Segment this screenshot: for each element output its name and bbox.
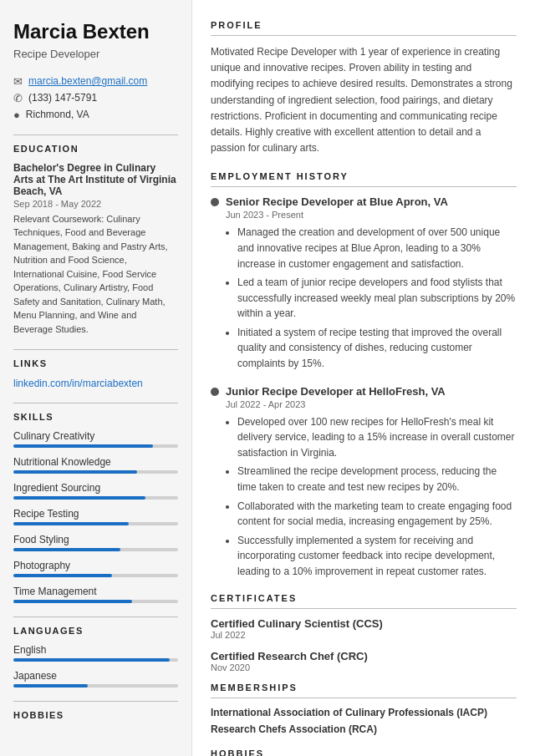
profile-text: Motivated Recipe Developer with 1 year o… <box>211 44 517 156</box>
location-icon: ● <box>13 109 20 121</box>
phone-icon: ✆ <box>13 92 23 104</box>
education-degree: Bachelor's Degree in Culinary Arts at Th… <box>13 162 178 197</box>
sidebar-title: Recipe Developer <box>13 48 178 60</box>
contact-phone: ✆ (133) 147-5791 <box>13 92 178 104</box>
skill-label: Time Management <box>13 586 178 597</box>
languages-list: English Japanese <box>13 644 178 688</box>
contact-location: ● Richmond, VA <box>13 109 178 121</box>
skills-divider <box>13 403 178 403</box>
sidebar-name: Marcia Bexten <box>13 20 178 44</box>
memberships-divider <box>211 698 517 698</box>
certificate-name: Certified Culinary Scientist (CCS) <box>211 617 517 630</box>
skill-item: Photography <box>13 560 178 577</box>
skill-bar-bg <box>13 444 178 448</box>
memberships-list: International Association of Culinary Pr… <box>211 707 517 735</box>
skill-bar-bg <box>13 548 178 551</box>
hobbies-divider-left <box>13 701 178 702</box>
skill-label: Photography <box>13 560 178 571</box>
certificates-list: Certified Culinary Scientist (CCS) Jul 2… <box>211 617 517 672</box>
skill-item: Ingredient Sourcing <box>13 482 178 500</box>
certificates-section-title: CERTIFICATES <box>211 593 517 603</box>
skill-bar-bg <box>13 496 178 500</box>
education-section-title: EDUCATION <box>13 144 178 154</box>
links-divider <box>13 349 178 350</box>
job-dot <box>211 198 219 206</box>
certificates-divider <box>211 608 517 609</box>
sidebar: Marcia Bexten Recipe Developer ✉ marcia.… <box>0 0 192 756</box>
skill-bar-fill <box>13 496 145 500</box>
job-bullets: Developed over 100 new recipes for Hello… <box>226 414 517 580</box>
skill-label: Food Styling <box>13 534 178 545</box>
certificate-block: Certified Culinary Scientist (CCS) Jul 2… <box>211 617 517 640</box>
job-date: Jun 2023 - Present <box>226 210 517 220</box>
job-header: Junior Recipe Developer at HelloFresh, V… <box>211 385 517 398</box>
profile-divider <box>211 35 517 36</box>
coursework-text: Culinary Techniques, Food and Beverage M… <box>13 214 168 334</box>
language-item: Japanese <box>13 670 178 688</box>
education-coursework: Relevant Coursework: Culinary Techniques… <box>13 212 178 337</box>
employment-divider <box>211 186 517 187</box>
language-label: Japanese <box>13 670 178 682</box>
skill-item: Food Styling <box>13 534 178 551</box>
job-bullet: Led a team of junior recipe developers a… <box>237 275 517 322</box>
skill-label: Ingredient Sourcing <box>13 482 178 494</box>
skill-item: Nutritional Knowledge <box>13 456 178 474</box>
languages-divider <box>13 616 178 617</box>
job-bullet: Developed over 100 new recipes for Hello… <box>237 414 517 461</box>
hobbies-section-title-right: HOBBIES <box>211 748 517 756</box>
certificate-block: Certified Research Chef (CRC) Nov 2020 <box>211 650 517 672</box>
skill-bar-bg <box>13 522 178 525</box>
skill-bar-bg <box>13 470 178 474</box>
language-bar-fill <box>13 684 88 688</box>
skill-bar-fill <box>13 470 137 474</box>
location-value: Richmond, VA <box>26 109 89 120</box>
profile-section-title: PROFILE <box>211 20 517 30</box>
language-label: English <box>13 644 178 656</box>
skill-bar-fill <box>13 522 129 525</box>
hobbies-section-title-left: HOBBIES <box>13 710 178 720</box>
certificate-date: Nov 2020 <box>211 662 517 672</box>
membership-item: International Association of Culinary Pr… <box>211 707 517 718</box>
job-dot <box>211 388 219 396</box>
languages-section-title: LANGUAGES <box>13 626 178 636</box>
linkedin-link[interactable]: linkedin.com/in/marciabexten <box>13 378 143 389</box>
links-list: linkedin.com/in/marciabexten <box>13 377 178 389</box>
skill-item: Culinary Creativity <box>13 430 178 448</box>
language-bar-bg <box>13 684 178 688</box>
job-bullet: Successfully implemented a system for re… <box>237 533 517 580</box>
certificate-date: Jul 2022 <box>211 630 517 640</box>
coursework-label: Relevant Coursework: <box>13 214 106 224</box>
email-link[interactable]: marcia.bexten@gmail.com <box>28 75 147 87</box>
skill-bar-fill <box>13 600 132 603</box>
job-title: Junior Recipe Developer at HelloFresh, V… <box>226 385 446 398</box>
language-bar-bg <box>13 658 178 662</box>
job-title: Senior Recipe Developer at Blue Apron, V… <box>226 195 448 208</box>
membership-item: Research Chefs Association (RCA) <box>211 723 517 735</box>
job-bullet: Managed the creation and development of … <box>237 225 517 271</box>
language-bar-fill <box>13 658 170 662</box>
resume-container: Marcia Bexten Recipe Developer ✉ marcia.… <box>0 0 535 756</box>
education-date: Sep 2018 - May 2022 <box>13 199 178 209</box>
skill-bar-fill <box>13 574 112 577</box>
employment-list: Senior Recipe Developer at Blue Apron, V… <box>211 195 517 579</box>
skill-bar-fill <box>13 548 120 551</box>
job-bullet: Streamlined the recipe development proce… <box>237 464 517 495</box>
job-bullets: Managed the creation and development of … <box>226 225 517 371</box>
job-bullet: Initiated a system of recipe testing tha… <box>237 325 517 372</box>
skill-bar-bg <box>13 600 178 603</box>
skill-label: Nutritional Knowledge <box>13 456 178 468</box>
links-section-title: LINKS <box>13 358 178 368</box>
job-block: Junior Recipe Developer at HelloFresh, V… <box>211 385 517 580</box>
skill-bar-fill <box>13 444 153 448</box>
skill-item: Recipe Testing <box>13 508 178 525</box>
language-item: English <box>13 644 178 662</box>
job-bullet: Collaborated with the marketing team to … <box>237 499 517 530</box>
employment-section-title: EMPLOYMENT HISTORY <box>211 171 517 181</box>
skills-list: Culinary Creativity Nutritional Knowledg… <box>13 430 178 603</box>
email-icon: ✉ <box>13 75 23 88</box>
main-content: PROFILE Motivated Recipe Developer with … <box>192 0 535 756</box>
memberships-section-title: MEMBERSHIPS <box>211 682 517 693</box>
job-header: Senior Recipe Developer at Blue Apron, V… <box>211 195 517 208</box>
contact-email: ✉ marcia.bexten@gmail.com <box>13 75 178 88</box>
skills-section-title: SKILLS <box>13 412 178 422</box>
